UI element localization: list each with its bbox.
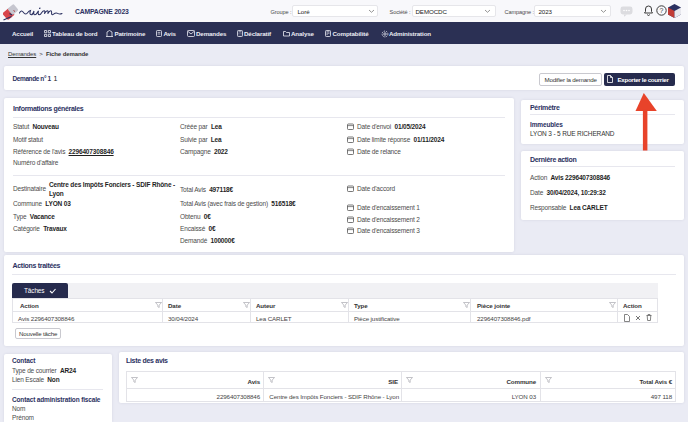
svg-text:?: ? [660,7,664,14]
